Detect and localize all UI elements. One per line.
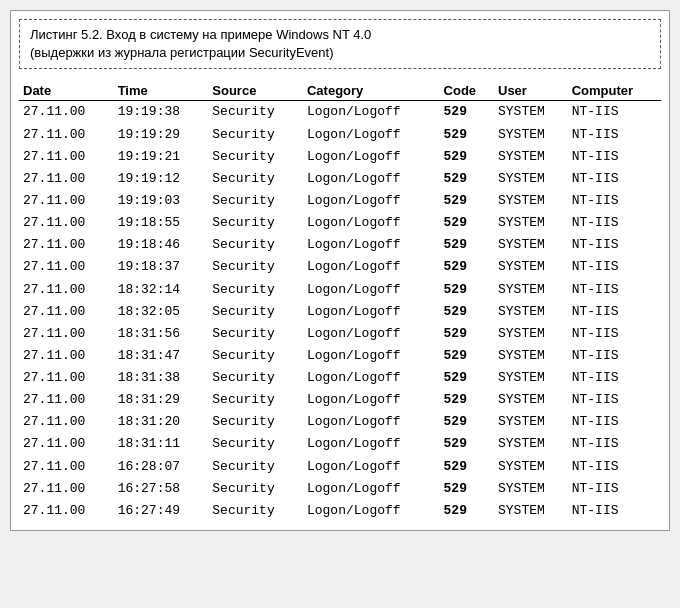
cell-source: Security <box>208 456 303 478</box>
cell-source: Security <box>208 101 303 124</box>
cell-time: 19:19:03 <box>114 190 209 212</box>
cell-date: 27.11.00 <box>19 279 114 301</box>
col-header-category: Category <box>303 81 440 101</box>
cell-user: SYSTEM <box>494 168 568 190</box>
cell-computer: NT-IIS <box>568 389 661 411</box>
cell-source: Security <box>208 500 303 522</box>
cell-user: SYSTEM <box>494 411 568 433</box>
cell-computer: NT-IIS <box>568 500 661 522</box>
cell-time: 18:31:56 <box>114 323 209 345</box>
cell-time: 19:19:29 <box>114 124 209 146</box>
cell-computer: NT-IIS <box>568 190 661 212</box>
cell-user: SYSTEM <box>494 478 568 500</box>
table-wrapper: Date Time Source Category Code User Comp… <box>11 77 669 530</box>
cell-user: SYSTEM <box>494 146 568 168</box>
table-row: 27.11.0019:19:12SecurityLogon/Logoff529S… <box>19 168 661 190</box>
cell-source: Security <box>208 389 303 411</box>
table-row: 27.11.0019:18:37SecurityLogon/Logoff529S… <box>19 256 661 278</box>
cell-source: Security <box>208 124 303 146</box>
cell-category: Logon/Logoff <box>303 500 440 522</box>
table-row: 27.11.0019:19:21SecurityLogon/Logoff529S… <box>19 146 661 168</box>
cell-computer: NT-IIS <box>568 146 661 168</box>
cell-time: 18:32:14 <box>114 279 209 301</box>
cell-category: Logon/Logoff <box>303 234 440 256</box>
cell-code: 529 <box>440 323 494 345</box>
cell-user: SYSTEM <box>494 456 568 478</box>
cell-source: Security <box>208 168 303 190</box>
cell-code: 529 <box>440 411 494 433</box>
table-row: 27.11.0018:31:47SecurityLogon/Logoff529S… <box>19 345 661 367</box>
cell-computer: NT-IIS <box>568 101 661 124</box>
title-line2: (выдержки из журнала регистрации Securit… <box>30 44 650 62</box>
cell-date: 27.11.00 <box>19 101 114 124</box>
cell-user: SYSTEM <box>494 323 568 345</box>
title-line1: Листинг 5.2. Вход в систему на примере W… <box>30 26 650 44</box>
cell-computer: NT-IIS <box>568 256 661 278</box>
cell-computer: NT-IIS <box>568 168 661 190</box>
cell-date: 27.11.00 <box>19 146 114 168</box>
cell-category: Logon/Logoff <box>303 256 440 278</box>
cell-time: 18:31:29 <box>114 389 209 411</box>
cell-computer: NT-IIS <box>568 433 661 455</box>
cell-source: Security <box>208 367 303 389</box>
col-header-source: Source <box>208 81 303 101</box>
cell-category: Logon/Logoff <box>303 301 440 323</box>
cell-source: Security <box>208 279 303 301</box>
cell-category: Logon/Logoff <box>303 323 440 345</box>
cell-computer: NT-IIS <box>568 411 661 433</box>
cell-category: Logon/Logoff <box>303 101 440 124</box>
cell-code: 529 <box>440 389 494 411</box>
cell-date: 27.11.00 <box>19 168 114 190</box>
cell-user: SYSTEM <box>494 190 568 212</box>
cell-user: SYSTEM <box>494 301 568 323</box>
cell-date: 27.11.00 <box>19 433 114 455</box>
table-row: 27.11.0016:27:58SecurityLogon/Logoff529S… <box>19 478 661 500</box>
cell-category: Logon/Logoff <box>303 389 440 411</box>
cell-source: Security <box>208 146 303 168</box>
cell-code: 529 <box>440 234 494 256</box>
cell-code: 529 <box>440 345 494 367</box>
col-header-user: User <box>494 81 568 101</box>
cell-user: SYSTEM <box>494 500 568 522</box>
table-row: 27.11.0018:31:56SecurityLogon/Logoff529S… <box>19 323 661 345</box>
cell-time: 18:31:20 <box>114 411 209 433</box>
cell-date: 27.11.00 <box>19 500 114 522</box>
cell-category: Logon/Logoff <box>303 212 440 234</box>
cell-category: Logon/Logoff <box>303 433 440 455</box>
cell-user: SYSTEM <box>494 212 568 234</box>
cell-user: SYSTEM <box>494 433 568 455</box>
table-row: 27.11.0018:32:05SecurityLogon/Logoff529S… <box>19 301 661 323</box>
cell-code: 529 <box>440 500 494 522</box>
col-header-date: Date <box>19 81 114 101</box>
table-row: 27.11.0019:19:38SecurityLogon/Logoff529S… <box>19 101 661 124</box>
cell-code: 529 <box>440 478 494 500</box>
cell-code: 529 <box>440 301 494 323</box>
cell-user: SYSTEM <box>494 345 568 367</box>
table-row: 27.11.0016:28:07SecurityLogon/Logoff529S… <box>19 456 661 478</box>
cell-date: 27.11.00 <box>19 190 114 212</box>
cell-date: 27.11.00 <box>19 478 114 500</box>
cell-time: 18:31:47 <box>114 345 209 367</box>
cell-code: 529 <box>440 456 494 478</box>
cell-user: SYSTEM <box>494 367 568 389</box>
title-box: Листинг 5.2. Вход в систему на примере W… <box>19 19 661 69</box>
cell-time: 19:19:12 <box>114 168 209 190</box>
table-row: 27.11.0018:31:11SecurityLogon/Logoff529S… <box>19 433 661 455</box>
cell-user: SYSTEM <box>494 234 568 256</box>
cell-date: 27.11.00 <box>19 124 114 146</box>
cell-time: 19:18:46 <box>114 234 209 256</box>
cell-category: Logon/Logoff <box>303 279 440 301</box>
cell-date: 27.11.00 <box>19 323 114 345</box>
cell-code: 529 <box>440 124 494 146</box>
cell-category: Logon/Logoff <box>303 411 440 433</box>
cell-source: Security <box>208 212 303 234</box>
table-row: 27.11.0018:31:29SecurityLogon/Logoff529S… <box>19 389 661 411</box>
cell-category: Logon/Logoff <box>303 124 440 146</box>
cell-date: 27.11.00 <box>19 256 114 278</box>
table-row: 27.11.0018:32:14SecurityLogon/Logoff529S… <box>19 279 661 301</box>
cell-code: 529 <box>440 146 494 168</box>
cell-computer: NT-IIS <box>568 279 661 301</box>
cell-computer: NT-IIS <box>568 478 661 500</box>
table-row: 27.11.0019:18:55SecurityLogon/Logoff529S… <box>19 212 661 234</box>
table-row: 27.11.0019:19:29SecurityLogon/Logoff529S… <box>19 124 661 146</box>
